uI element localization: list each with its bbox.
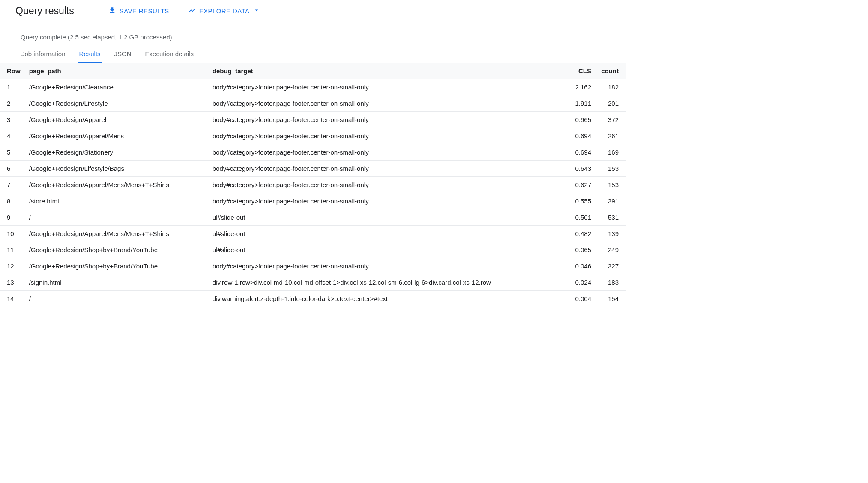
cell-cls: 0.024 [562,274,596,291]
table-row: 14/div.warning.alert.z-depth-1.info-colo… [0,291,626,307]
cell-page-path: /Google+Redesign/Shop+by+Brand/YouTube [25,258,208,274]
cell-row: 9 [0,209,25,226]
cell-count: 391 [596,193,626,209]
tab-job-information[interactable]: Job information [21,47,66,63]
cell-page-path: /Google+Redesign/Apparel/Mens/Mens+T+Shi… [25,226,208,242]
header-bar: Query results SAVE RESULTS EXPLORE DATA [0,0,626,24]
cell-row: 10 [0,226,25,242]
table-row: 2/Google+Redesign/Lifestylebody#category… [0,95,626,112]
cell-row: 8 [0,193,25,209]
explore-data-button[interactable]: EXPLORE DATA [188,6,261,15]
cell-count: 153 [596,161,626,177]
cell-page-path: / [25,209,208,226]
cell-cls: 1.911 [562,95,596,112]
cell-count: 182 [596,79,626,95]
table-row: 12/Google+Redesign/Shop+by+Brand/YouTube… [0,258,626,274]
cell-count: 261 [596,128,626,144]
cell-cls: 0.965 [562,112,596,128]
cell-cls: 0.046 [562,258,596,274]
cell-count: 201 [596,95,626,112]
results-table: Row page_path debug_target CLS count 1/G… [0,63,626,307]
cell-cls: 2.162 [562,79,596,95]
cell-page-path: / [25,291,208,307]
cell-row: 11 [0,242,25,258]
page-title: Query results [15,5,74,17]
cell-page-path: /Google+Redesign/Stationery [25,144,208,161]
cell-row: 13 [0,274,25,291]
cell-row: 14 [0,291,25,307]
cell-debug-target: ul#slide-out [208,242,562,258]
chart-icon [188,6,196,15]
chevron-down-icon [253,6,260,15]
cell-debug-target: body#category>footer.page-footer.center-… [208,193,562,209]
cell-count: 531 [596,209,626,226]
cell-page-path: /Google+Redesign/Apparel [25,112,208,128]
col-header-debug-target: debug_target [208,63,562,79]
table-header-row: Row page_path debug_target CLS count [0,63,626,79]
cell-row: 4 [0,128,25,144]
cell-row: 2 [0,95,25,112]
tab-results[interactable]: Results [78,47,102,63]
cell-cls: 0.065 [562,242,596,258]
col-header-page-path: page_path [25,63,208,79]
cell-debug-target: body#category>footer.page-footer.center-… [208,128,562,144]
col-header-row: Row [0,63,25,79]
cell-count: 153 [596,177,626,193]
col-header-count: count [596,63,626,79]
cell-debug-target: body#category>footer.page-footer.center-… [208,258,562,274]
cell-debug-target: div.warning.alert.z-depth-1.info-color-d… [208,291,562,307]
table-row: 7/Google+Redesign/Apparel/Mens/Mens+T+Sh… [0,177,626,193]
cell-cls: 0.501 [562,209,596,226]
cell-debug-target: body#category>footer.page-footer.center-… [208,161,562,177]
cell-row: 3 [0,112,25,128]
cell-count: 372 [596,112,626,128]
table-row: 6/Google+Redesign/Lifestyle/Bagsbody#cat… [0,161,626,177]
table-row: 1/Google+Redesign/Clearancebody#category… [0,79,626,95]
cell-row: 7 [0,177,25,193]
save-results-label: SAVE RESULTS [120,7,169,15]
col-header-cls: CLS [562,63,596,79]
cell-debug-target: body#category>footer.page-footer.center-… [208,95,562,112]
cell-cls: 0.694 [562,144,596,161]
cell-debug-target: div.row-1.row>div.col-md-10.col-md-offse… [208,274,562,291]
result-tabs: Job information Results JSON Execution d… [0,47,626,63]
table-row: 9/ul#slide-out0.501531 [0,209,626,226]
cell-cls: 0.643 [562,161,596,177]
cell-count: 154 [596,291,626,307]
table-row: 8/store.htmlbody#category>footer.page-fo… [0,193,626,209]
cell-count: 183 [596,274,626,291]
table-row: 11/Google+Redesign/Shop+by+Brand/YouTube… [0,242,626,258]
cell-cls: 0.555 [562,193,596,209]
tab-json[interactable]: JSON [114,47,132,63]
cell-debug-target: body#category>footer.page-footer.center-… [208,112,562,128]
cell-row: 12 [0,258,25,274]
cell-page-path: /Google+Redesign/Apparel/Mens [25,128,208,144]
cell-row: 5 [0,144,25,161]
cell-debug-target: ul#slide-out [208,209,562,226]
download-icon [108,6,116,15]
cell-page-path: /signin.html [25,274,208,291]
cell-row: 6 [0,161,25,177]
cell-debug-target: body#category>footer.page-footer.center-… [208,177,562,193]
table-row: 13/signin.htmldiv.row-1.row>div.col-md-1… [0,274,626,291]
cell-cls: 0.694 [562,128,596,144]
cell-page-path: /store.html [25,193,208,209]
cell-page-path: /Google+Redesign/Lifestyle/Bags [25,161,208,177]
cell-count: 327 [596,258,626,274]
save-results-button[interactable]: SAVE RESULTS [108,6,169,15]
table-row: 4/Google+Redesign/Apparel/Mensbody#categ… [0,128,626,144]
explore-data-label: EXPLORE DATA [199,7,250,15]
query-status: Query complete (2.5 sec elapsed, 1.2 GB … [0,24,626,47]
cell-debug-target: body#category>footer.page-footer.center-… [208,144,562,161]
table-row: 3/Google+Redesign/Apparelbody#category>f… [0,112,626,128]
cell-debug-target: body#category>footer.page-footer.center-… [208,79,562,95]
table-row: 5/Google+Redesign/Stationerybody#categor… [0,144,626,161]
tab-execution-details[interactable]: Execution details [144,47,195,63]
cell-page-path: /Google+Redesign/Clearance [25,79,208,95]
cell-page-path: /Google+Redesign/Shop+by+Brand/YouTube [25,242,208,258]
table-row: 10/Google+Redesign/Apparel/Mens/Mens+T+S… [0,226,626,242]
cell-cls: 0.004 [562,291,596,307]
cell-cls: 0.627 [562,177,596,193]
cell-count: 169 [596,144,626,161]
cell-row: 1 [0,79,25,95]
